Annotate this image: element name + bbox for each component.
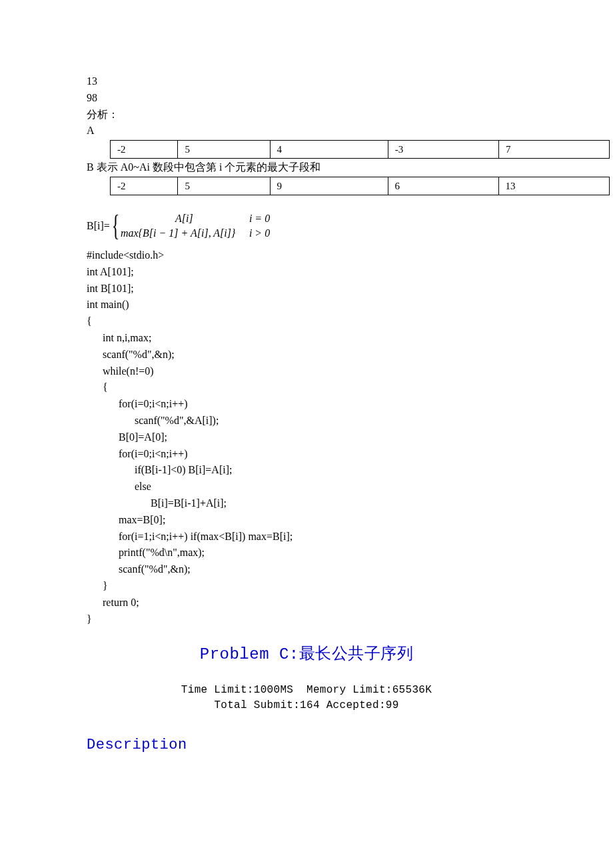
- submit-accepted: Total Submit:164 Accepted:99: [214, 699, 398, 711]
- table-b: -2 5 9 6 13: [110, 177, 610, 195]
- recurrence-formula: B[i]= { A[i] i = 0 max{B[i − 1] + A[i], …: [87, 211, 526, 241]
- formula-case1-expr: A[i]: [119, 211, 249, 226]
- code-line: int A[101];: [87, 266, 134, 277]
- code-line: int B[101];: [87, 283, 134, 294]
- code-line: else: [87, 481, 151, 492]
- memory-limit: Memory Limit:65536K: [306, 684, 432, 696]
- code-line: scanf("%d",&A[i]);: [87, 415, 219, 426]
- code-line: for(i=0;i<n;i++): [87, 398, 188, 409]
- table-cell: 6: [388, 177, 498, 195]
- formula-cases: A[i] i = 0 max{B[i − 1] + A[i], A[i]} i …: [119, 211, 289, 240]
- formula-case2-cond: i > 0: [249, 226, 289, 241]
- table-row: -2 5 9 6 13: [111, 177, 610, 195]
- code-line: max=B[0];: [87, 514, 165, 525]
- code-line: #include<stdio.h>: [87, 249, 164, 261]
- table-cell: -2: [111, 177, 178, 195]
- code-line: {: [87, 381, 108, 393]
- table-cell: 5: [178, 177, 270, 195]
- code-line: int main(): [87, 299, 129, 310]
- table-row: -2 5 4 -3 7: [111, 141, 610, 159]
- table-cell: -3: [388, 141, 498, 159]
- table-cell: 4: [270, 141, 388, 159]
- table-cell: 13: [498, 177, 610, 195]
- code-line: scanf("%d",&n);: [87, 563, 191, 575]
- code-line: while(n!=0): [87, 365, 154, 377]
- code-line: }: [87, 613, 92, 625]
- code-line: int n,i,max;: [87, 332, 151, 343]
- formula-case2-expr: max{B[i − 1] + A[i], A[i]}: [119, 226, 249, 241]
- code-line: if(B[i-1]<0) B[i]=A[i];: [87, 464, 232, 475]
- analysis-label: 分析：: [87, 107, 526, 123]
- code-line: {: [87, 315, 92, 327]
- output-line-2: 98: [87, 90, 526, 107]
- code-line: B[i]=B[i-1]+A[i];: [87, 497, 227, 509]
- code-line: for(i=0;i<n;i++): [87, 448, 188, 459]
- problem-meta: Time Limit:1000MS Memory Limit:65536K To…: [87, 683, 526, 713]
- formula-lhs: B[i]=: [87, 217, 110, 235]
- array-b-label: B 表示 A0~Ai 数段中包含第 i 个元素的最大子段和: [87, 159, 526, 176]
- output-line-1: 13: [87, 73, 526, 90]
- array-a-label: A: [87, 123, 526, 139]
- table-cell: 7: [499, 141, 610, 159]
- document-page: 13 98 分析： A -2 5 4 -3 7 B 表示 A0~Ai 数段中包含…: [0, 0, 613, 868]
- left-brace-icon: {: [112, 211, 120, 241]
- source-code: #include<stdio.h> int A[101]; int B[101]…: [87, 247, 526, 627]
- table-cell: 5: [178, 141, 270, 159]
- table-cell: -2: [111, 141, 178, 159]
- code-line: for(i=1;i<n;i++) if(max<B[i]) max=B[i];: [87, 531, 293, 542]
- code-line: return 0;: [87, 597, 139, 608]
- time-limit: Time Limit:1000MS: [181, 684, 293, 696]
- formula-case1-cond: i = 0: [249, 211, 289, 226]
- code-line: }: [87, 580, 108, 591]
- code-line: scanf("%d",&n);: [87, 349, 175, 360]
- code-line: B[0]=A[0];: [87, 431, 167, 443]
- table-cell: 9: [270, 177, 388, 195]
- description-heading: Description: [87, 733, 526, 757]
- code-line: printf("%d\n",max);: [87, 547, 205, 558]
- table-a: -2 5 4 -3 7: [110, 140, 610, 159]
- problem-title: Problem C:最长公共子序列: [87, 642, 526, 667]
